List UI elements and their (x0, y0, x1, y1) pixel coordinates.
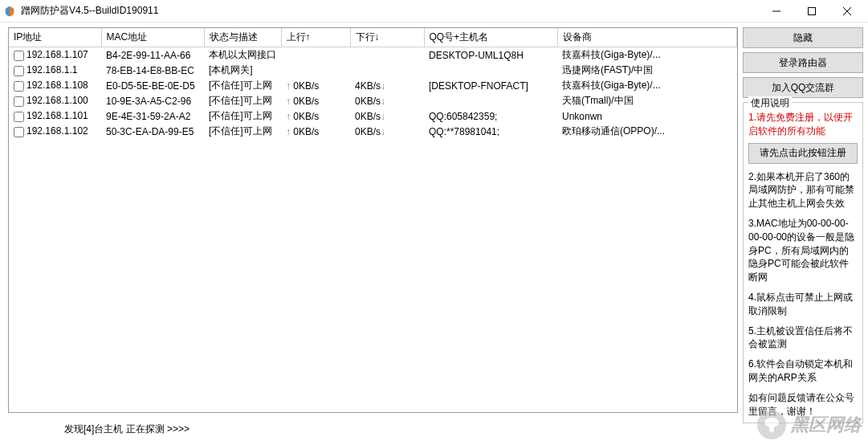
svg-rect-1 (809, 7, 816, 14)
row-checkbox[interactable] (14, 112, 24, 122)
cell-upload (281, 63, 350, 78)
cell-download (350, 63, 424, 78)
cell-mac: 50-3C-EA-DA-99-E5 (101, 124, 204, 139)
cell-download: 0KB/s↓ (350, 108, 424, 124)
instruction-3: 3.MAC地址为00-00-00-00-00-00的设备一般是隐身PC，所有局域… (748, 217, 858, 284)
instruction-1: 1.请先免费注册，以便开启软件的所有功能 (748, 111, 858, 138)
register-button[interactable]: 请先点击此按钮注册 (748, 143, 858, 164)
cell-qq-hostname: [DESKTOP-FNOFACT] (424, 78, 557, 93)
row-checkbox[interactable] (14, 96, 24, 107)
cell-upload: ↑ 0KB/s (281, 108, 350, 124)
maximize-button[interactable] (794, 0, 829, 22)
down-arrow-icon: ↓ (381, 111, 385, 122)
col-header-ip[interactable]: IP地址 (9, 28, 101, 47)
cell-ip: 192.168.1.108 (9, 78, 101, 93)
instructions-heading: 使用说明 (748, 96, 792, 110)
cell-vendor: 技嘉科技(Giga-Byte)/... (557, 47, 737, 63)
login-router-button[interactable]: 登录路由器 (743, 52, 863, 73)
side-panel: 隐藏 登录路由器 加入QQ交流群 使用说明 1.请先免费注册，以便开启软件的所有… (741, 22, 868, 416)
cell-mac: 10-9E-3A-A5-C2-96 (101, 93, 204, 108)
close-button[interactable] (829, 0, 865, 22)
row-checkbox[interactable] (14, 51, 24, 61)
device-table: IP地址 MAC地址 状态与描述 上行↑ 下行↓ QQ号+主机名 设备商 192… (9, 28, 737, 139)
cell-qq-hostname: QQ:605842359; (424, 108, 557, 124)
cell-state: [不信任]可上网 (204, 93, 281, 108)
cell-ip: 192.168.1.102 (9, 124, 101, 139)
cell-ip: 192.168.1.1 (9, 63, 101, 78)
join-qq-group-button[interactable]: 加入QQ交流群 (743, 77, 863, 98)
cell-state: [不信任]可上网 (204, 108, 281, 124)
col-header-state[interactable]: 状态与描述 (204, 28, 281, 47)
table-header-row: IP地址 MAC地址 状态与描述 上行↑ 下行↓ QQ号+主机名 设备商 (9, 28, 737, 47)
status-bar: 发现[4]台主机 正在探测 >>>> (0, 420, 868, 438)
cell-state: [本机网关] (204, 63, 281, 78)
down-arrow-icon: ↓ (381, 126, 385, 137)
cell-vendor: 迅捷网络(FAST)/中国 (557, 63, 737, 78)
cell-vendor: 欧珀移动通信(OPPO)/... (557, 124, 737, 139)
minimize-button[interactable] (759, 0, 794, 22)
col-header-vendor[interactable]: 设备商 (557, 28, 737, 47)
cell-mac: 9E-4E-31-59-2A-A2 (101, 108, 204, 124)
instruction-4: 4.鼠标点击可禁止上网或取消限制 (748, 291, 858, 318)
cell-ip: 192.168.1.100 (9, 93, 101, 108)
cell-download: 0KB/s↓ (350, 124, 424, 139)
cell-upload: ↑ 0KB/s (281, 93, 350, 108)
table-row[interactable]: 192.168.1.108E0-D5-5E-BE-0E-D5[不信任]可上网↑ … (9, 78, 737, 93)
table-row[interactable]: 192.168.1.178-EB-14-E8-BB-EC[本机网关]迅捷网络(F… (9, 63, 737, 78)
col-header-qq[interactable]: QQ号+主机名 (424, 28, 557, 47)
row-checkbox[interactable] (14, 66, 24, 76)
cell-mac: 78-EB-14-E8-BB-EC (101, 63, 204, 78)
app-icon (3, 5, 16, 18)
table-row[interactable]: 192.168.1.10010-9E-3A-A5-C2-96[不信任]可上网↑ … (9, 93, 737, 108)
cell-upload: ↑ 0KB/s (281, 124, 350, 139)
cell-qq-hostname (424, 63, 557, 78)
cell-qq-hostname: QQ:**78981041; (424, 124, 557, 139)
table-row[interactable]: 192.168.1.10250-3C-EA-DA-99-E5[不信任]可上网↑ … (9, 124, 737, 139)
cell-download: 4KB/s↓ (350, 78, 424, 93)
instruction-2: 2.如果本机开启了360的局域网防护，那有可能禁止其他主机上网会失效 (748, 170, 858, 210)
cell-state: [不信任]可上网 (204, 78, 281, 93)
row-checkbox[interactable] (14, 127, 24, 137)
down-arrow-icon: ↓ (381, 80, 385, 92)
hide-button[interactable]: 隐藏 (743, 27, 863, 48)
table-row[interactable]: 192.168.1.107B4-2E-99-11-AA-66本机以太网接口DES… (9, 47, 737, 63)
up-arrow-icon: ↑ (286, 80, 293, 92)
cell-mac: B4-2E-99-11-AA-66 (101, 47, 204, 63)
instruction-5: 5.主机被设置信任后将不会被监测 (748, 325, 858, 352)
col-header-down[interactable]: 下行↓ (350, 28, 424, 47)
cell-qq-hostname: DESKTOP-UML1Q8H (424, 47, 557, 63)
col-header-mac[interactable]: MAC地址 (101, 28, 204, 47)
cell-mac: E0-D5-5E-BE-0E-D5 (101, 78, 204, 93)
cell-download (350, 47, 424, 63)
cell-state: [不信任]可上网 (204, 124, 281, 139)
cell-upload (281, 47, 350, 63)
instruction-7: 如有问题反馈请在公众号里留言，谢谢！ (748, 391, 858, 419)
col-header-up[interactable]: 上行↑ (281, 28, 350, 47)
cell-ip: 192.168.1.107 (9, 47, 101, 63)
cell-state: 本机以太网接口 (204, 47, 281, 63)
cell-upload: ↑ 0KB/s (281, 78, 350, 93)
window-title: 蹭网防护器V4.5--BuildID190911 (21, 4, 759, 18)
cell-ip: 192.168.1.101 (9, 108, 101, 124)
row-checkbox[interactable] (14, 81, 24, 92)
up-arrow-icon: ↑ (286, 96, 293, 107)
device-table-panel: IP地址 MAC地址 状态与描述 上行↑ 下行↓ QQ号+主机名 设备商 192… (8, 27, 738, 413)
instructions-box: 使用说明 1.请先免费注册，以便开启软件的所有功能 请先点击此按钮注册 2.如果… (743, 102, 863, 423)
cell-vendor: 天猫(Tmall)/中国 (557, 93, 737, 108)
up-arrow-icon: ↑ (286, 126, 293, 137)
cell-vendor: 技嘉科技(Giga-Byte)/... (557, 78, 737, 93)
up-arrow-icon: ↑ (286, 111, 293, 122)
cell-download: 0KB/s↓ (350, 93, 424, 108)
instruction-6: 6.软件会自动锁定本机和网关的ARP关系 (748, 357, 858, 385)
titlebar: 蹭网防护器V4.5--BuildID190911 (0, 0, 868, 22)
down-arrow-icon: ↓ (381, 96, 385, 107)
cell-qq-hostname (424, 93, 557, 108)
table-row[interactable]: 192.168.1.1019E-4E-31-59-2A-A2[不信任]可上网↑ … (9, 108, 737, 124)
status-text: 发现[4]台主机 正在探测 >>>> (64, 423, 189, 435)
cell-vendor: Unkonwn (557, 108, 737, 124)
